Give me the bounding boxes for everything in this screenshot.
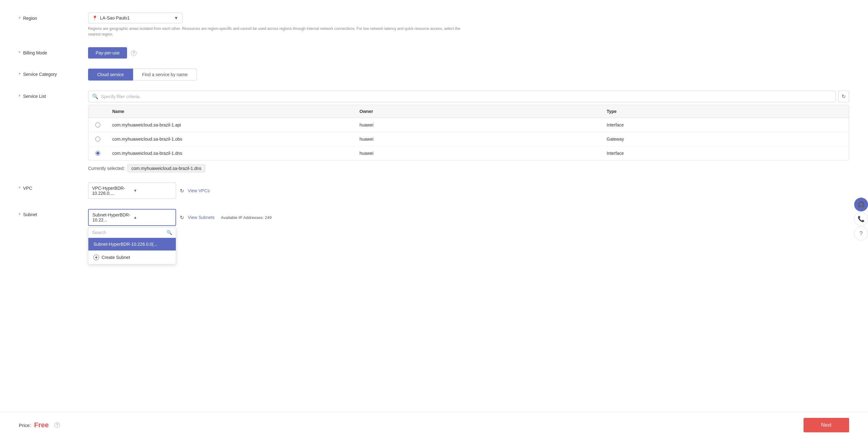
- subnet-select[interactable]: Subnet-HyperBDR-10.22... ▲: [88, 209, 176, 226]
- service-category-label-text: Service Category: [23, 72, 57, 77]
- region-label-text: Region: [23, 16, 37, 21]
- service-list-label: * Service List: [19, 91, 88, 99]
- billing-label: * Billing Mode: [19, 47, 88, 55]
- subnet-search-input[interactable]: [92, 230, 164, 235]
- price-bar: Price: Free ? Next: [0, 412, 868, 438]
- subnet-value: Subnet-HyperBDR-10.22...: [92, 212, 131, 223]
- billing-label-text: Billing Mode: [23, 50, 47, 55]
- region-content: 📍 LA-Sao Paulo1 ▼ Regions are geographic…: [88, 12, 849, 37]
- phone-button[interactable]: 📞: [854, 212, 868, 226]
- create-icon: +: [93, 255, 99, 260]
- vpc-select[interactable]: VPC-HyperBDR-10.226.0.... ▼: [88, 182, 176, 199]
- price-label-text: Price:: [19, 422, 31, 428]
- subnet-search-icon: 🔍: [167, 230, 172, 235]
- table-row: com.myhuaweicloud.sa-brazil-1.dns huawei…: [88, 146, 849, 160]
- service-category-label: * Service Category: [19, 68, 88, 77]
- vpc-chevron: ▼: [133, 188, 172, 193]
- service-filter-input[interactable]: [101, 94, 832, 99]
- subnet-option-1[interactable]: Subnet-HyperBDR-10.226.0.0(...: [88, 238, 176, 251]
- required-star-vpc: *: [19, 186, 21, 191]
- view-subnets-button[interactable]: View Subnets: [188, 215, 215, 220]
- table-header: Name Owner Type: [88, 105, 849, 118]
- service-list-label-text: Service List: [23, 94, 45, 99]
- price-help-icon[interactable]: ?: [54, 422, 60, 428]
- service-radio-3[interactable]: [95, 151, 100, 156]
- service-list-table: Name Owner Type com.myhuaweicloud.sa-bra…: [88, 105, 849, 160]
- required-star: *: [19, 16, 21, 21]
- vpc-label: * VPC: [19, 182, 88, 191]
- price-value: Free: [34, 421, 49, 429]
- table-row: com.myhuaweicloud.sa-brazil-1.obs huawei…: [88, 132, 849, 146]
- service-type-2: Gateway: [601, 132, 849, 146]
- col-name: Name: [107, 105, 354, 118]
- required-star-billing: *: [19, 50, 21, 55]
- currently-selected: Currently selected: com.myhuaweicloud.sa…: [88, 164, 849, 172]
- vpc-value: VPC-HyperBDR-10.226.0....: [92, 186, 131, 196]
- region-row: * Region 📍 LA-Sao Paulo1 ▼ Regions are g…: [19, 12, 849, 37]
- subnet-refresh-button[interactable]: ↻: [180, 214, 184, 221]
- subnet-search: 🔍: [88, 228, 176, 238]
- billing-row: * Billing Mode Pay-per-use ?: [19, 47, 849, 59]
- subnet-content: Subnet-HyperBDR-10.22... ▲ 🔍 Subnet-Hype…: [88, 209, 849, 226]
- service-type-1: Interface: [601, 118, 849, 132]
- create-subnet-option[interactable]: + Create Subnet: [88, 251, 176, 264]
- vpc-row: * VPC VPC-HyperBDR-10.226.0.... ▼ ↻ View…: [19, 182, 849, 199]
- service-radio-2[interactable]: [95, 137, 100, 142]
- col-owner: Owner: [354, 105, 601, 118]
- create-subnet-label: Create Subnet: [101, 255, 130, 260]
- subnet-row: * Subnet Subnet-HyperBDR-10.22... ▲ 🔍 Su…: [19, 209, 849, 226]
- cloud-service-button[interactable]: Cloud service: [88, 68, 133, 81]
- subnet-dropdown: 🔍 Subnet-HyperBDR-10.226.0.0(... + Creat…: [88, 227, 176, 264]
- service-category-row: * Service Category Cloud service Find a …: [19, 68, 849, 81]
- available-ip-text: Available IP Addresses: 249: [221, 215, 271, 220]
- radio-cell-2[interactable]: [88, 132, 107, 146]
- vpc-label-text: VPC: [23, 186, 32, 191]
- col-type: Type: [601, 105, 849, 118]
- service-owner-2: huawei: [354, 132, 601, 146]
- service-name-3: com.myhuaweicloud.sa-brazil-1.dns: [107, 146, 354, 160]
- service-category-content: Cloud service Find a service by name: [88, 68, 849, 81]
- location-icon: 📍: [92, 16, 97, 21]
- required-star-subnet: *: [19, 212, 21, 217]
- vpc-controls: VPC-HyperBDR-10.226.0.... ▼ ↻ View VPCs: [88, 182, 849, 199]
- page-wrapper: * Region 📍 LA-Sao Paulo1 ▼ Regions are g…: [0, 0, 868, 438]
- billing-help-icon[interactable]: ?: [131, 50, 136, 56]
- region-label: * Region: [19, 12, 88, 21]
- service-category-toggle: Cloud service Find a service by name: [88, 68, 849, 81]
- headset-button[interactable]: 🎧: [854, 198, 868, 211]
- subnet-controls: Subnet-HyperBDR-10.22... ▲ 🔍 Subnet-Hype…: [88, 209, 849, 226]
- table-row: com.myhuaweicloud.sa-brazil-1.api huawei…: [88, 118, 849, 132]
- price-label: Price: Free ?: [19, 421, 60, 429]
- service-type-3: Interface: [601, 146, 849, 160]
- next-button[interactable]: Next: [804, 418, 849, 432]
- service-name-2: com.myhuaweicloud.sa-brazil-1.obs: [107, 132, 354, 146]
- region-select[interactable]: 📍 LA-Sao Paulo1 ▼: [88, 12, 182, 23]
- required-star-sl: *: [19, 94, 21, 99]
- service-list-content: 🔍 ↻ Name Owner Type com.myhuaweic: [88, 91, 849, 172]
- vpc-refresh-button[interactable]: ↻: [180, 188, 184, 194]
- service-filter-search-icon: 🔍: [92, 93, 98, 99]
- subnet-label-text: Subnet: [23, 212, 37, 217]
- vpc-content: VPC-HyperBDR-10.226.0.... ▼ ↻ View VPCs: [88, 182, 849, 199]
- find-by-name-button[interactable]: Find a service by name: [133, 68, 197, 81]
- help-button[interactable]: ?: [854, 227, 868, 240]
- region-hint: Regions are geographic areas isolated fr…: [88, 26, 465, 37]
- subnet-wrapper: Subnet-HyperBDR-10.22... ▲ 🔍 Subnet-Hype…: [88, 209, 176, 226]
- side-panel: 🎧 📞 ?: [854, 198, 868, 240]
- service-name-1: com.myhuaweicloud.sa-brazil-1.api: [107, 118, 354, 132]
- radio-cell-3[interactable]: [88, 146, 107, 160]
- service-list-refresh-button[interactable]: ↻: [838, 91, 849, 102]
- service-radio-1[interactable]: [95, 122, 100, 127]
- currently-selected-value: com.myhuaweicloud.sa-brazil-1.dns: [127, 164, 206, 172]
- required-star-sc: *: [19, 72, 21, 77]
- region-value: LA-Sao Paulo1: [100, 16, 130, 21]
- billing-content: Pay-per-use ?: [88, 47, 849, 59]
- currently-selected-label: Currently selected:: [88, 166, 125, 171]
- region-chevron: ▼: [174, 16, 178, 21]
- subnet-chevron: ▲: [133, 215, 172, 220]
- radio-cell-1[interactable]: [88, 118, 107, 132]
- service-owner-1: huawei: [354, 118, 601, 132]
- service-owner-3: huawei: [354, 146, 601, 160]
- view-vpcs-button[interactable]: View VPCs: [188, 188, 210, 193]
- pay-per-use-button[interactable]: Pay-per-use: [88, 47, 127, 59]
